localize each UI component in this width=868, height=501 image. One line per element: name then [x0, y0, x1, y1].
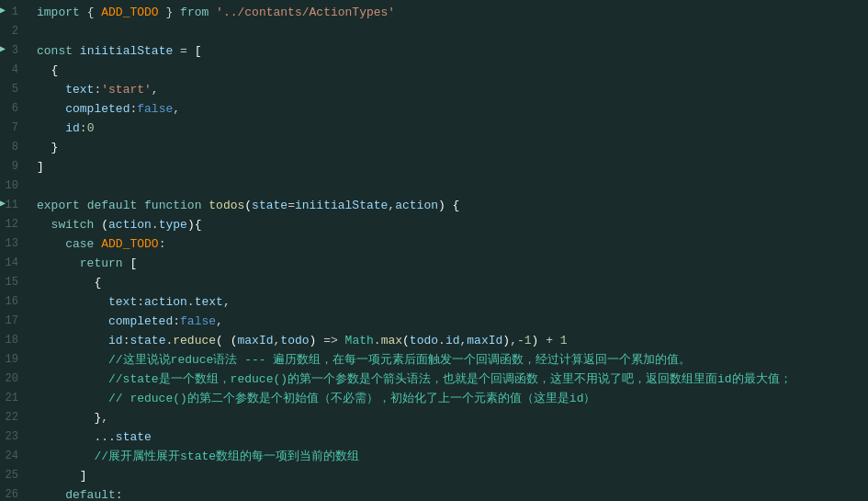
line-content-15: {: [29, 274, 868, 293]
line-9: 9 ]: [0, 158, 868, 177]
line-content-2: [29, 23, 868, 42]
line-content-1: import { ADD_TODO } from '../contants/Ac…: [29, 4, 868, 23]
line-content-10: [29, 177, 868, 197]
line-number-16: 16: [0, 293, 29, 311]
line-5: 5 text:'start',: [0, 81, 868, 100]
line-content-14: return [: [29, 255, 868, 274]
line-number-25: 25: [0, 467, 29, 484]
line-13: 13 case ADD_TODO:: [0, 235, 868, 255]
code-editor: ▶ 1 import { ADD_TODO } from '../contant…: [0, 0, 868, 501]
line-number-5: 5: [0, 81, 29, 98]
line-2: 2: [0, 23, 868, 42]
line-18: 18 id:state.reduce( (maxId,todo) => Math…: [0, 332, 868, 351]
line-24: 24 //展开属性展开state数组的每一项到当前的数组: [0, 448, 868, 467]
line-number-6: 6: [0, 100, 29, 118]
line-content-4: {: [29, 62, 868, 81]
line-14: 14 return [: [0, 255, 868, 274]
line-number-21: 21: [0, 390, 29, 407]
arrow-3: ▶: [0, 42, 6, 57]
line-number-15: 15: [0, 274, 29, 291]
line-10: 10: [0, 177, 868, 197]
line-1: ▶ 1 import { ADD_TODO } from '../contant…: [0, 4, 868, 23]
line-number-23: 23: [0, 428, 29, 446]
line-number-12: 12: [0, 216, 29, 233]
line-content-17: completed:false,: [29, 313, 868, 332]
line-content-6: completed:false,: [29, 100, 868, 120]
line-number-18: 18: [0, 332, 29, 349]
line-content-13: case ADD_TODO:: [29, 235, 868, 255]
line-number-9: 9: [0, 158, 29, 176]
line-17: 17 completed:false,: [0, 313, 868, 332]
line-15: 15 {: [0, 274, 868, 293]
line-6: 6 completed:false,: [0, 100, 868, 120]
line-content-11: export default function todos(state=inii…: [29, 197, 868, 216]
line-content-19: //这里说说reduce语法 --- 遍历数组，在每一项元素后面触发一个回调函数…: [29, 351, 868, 370]
line-content-24: //展开属性展开state数组的每一项到当前的数组: [29, 448, 868, 467]
arrow-1: ▶: [0, 4, 6, 18]
line-21: 21 // reduce()的第二个参数是个初始值（不必需），初始化了上一个元素…: [0, 390, 868, 409]
line-content-18: id:state.reduce( (maxId,todo) => Math.ma…: [29, 332, 868, 351]
line-number-14: 14: [0, 255, 29, 272]
line-content-3: const iniitialState = [: [29, 42, 868, 62]
line-11: ▶ 11 export default function todos(state…: [0, 197, 868, 216]
line-content-26: default:: [29, 486, 868, 501]
line-number-2: 2: [0, 23, 29, 40]
line-number-17: 17: [0, 313, 29, 330]
line-20: 20 //state是一个数组，reduce()的第一个参数是个箭头语法，也就是…: [0, 370, 868, 390]
line-content-16: text:action.text,: [29, 293, 868, 313]
line-content-23: ...state: [29, 428, 868, 448]
arrow-11: ▶: [0, 197, 6, 211]
line-content-9: ]: [29, 158, 868, 177]
line-content-7: id:0: [29, 120, 868, 139]
line-number-22: 22: [0, 409, 29, 427]
line-25: 25 ]: [0, 467, 868, 486]
line-12: 12 switch (action.type){: [0, 216, 868, 235]
line-number-1: ▶ 1: [0, 4, 29, 21]
line-19: 19 //这里说说reduce语法 --- 遍历数组，在每一项元素后面触发一个回…: [0, 351, 868, 370]
line-number-20: 20: [0, 370, 29, 388]
line-content-8: }: [29, 139, 868, 158]
line-number-11: ▶ 11: [0, 197, 29, 214]
line-number-24: 24: [0, 448, 29, 465]
line-7: 7 id:0: [0, 120, 868, 139]
line-8: 8 }: [0, 139, 868, 158]
line-content-22: },: [29, 409, 868, 428]
line-4: 4 {: [0, 62, 868, 81]
line-3: ▶ 3 const iniitialState = [: [0, 42, 868, 62]
line-number-13: 13: [0, 235, 29, 253]
line-number-26: 26: [0, 486, 29, 501]
line-content-12: switch (action.type){: [29, 216, 868, 235]
line-content-21: // reduce()的第二个参数是个初始值（不必需），初始化了上一个元素的值（…: [29, 390, 868, 409]
line-16: 16 text:action.text,: [0, 293, 868, 313]
line-26: 26 default:: [0, 486, 868, 501]
line-22: 22 },: [0, 409, 868, 428]
line-number-19: 19: [0, 351, 29, 369]
line-number-10: 10: [0, 177, 29, 195]
line-content-25: ]: [29, 467, 868, 486]
line-content-20: //state是一个数组，reduce()的第一个参数是个箭头语法，也就是个回调…: [29, 370, 868, 390]
line-number-8: 8: [0, 139, 29, 156]
line-number-4: 4: [0, 62, 29, 79]
line-23: 23 ...state: [0, 428, 868, 448]
line-content-5: text:'start',: [29, 81, 868, 100]
line-number-3: ▶ 3: [0, 42, 29, 60]
line-number-7: 7: [0, 120, 29, 137]
